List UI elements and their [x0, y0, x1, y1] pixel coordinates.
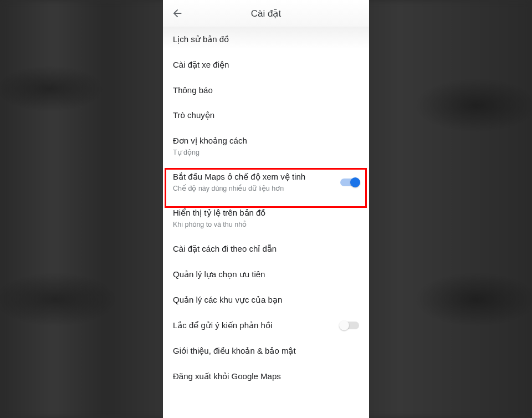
- item-label: Đăng xuất khỏi Google Maps: [173, 371, 359, 381]
- item-sub: Tự động: [173, 148, 359, 156]
- toggle-knob: [339, 320, 349, 330]
- item-about-terms-privacy[interactable]: Giới thiệu, điều khoản & bảo mật: [163, 338, 369, 364]
- item-label: Giới thiệu, điều khoản & bảo mật: [173, 346, 359, 356]
- item-navigation-settings[interactable]: Cài đặt cách đi theo chỉ dẫn: [163, 236, 369, 262]
- item-distance-units[interactable]: Đơn vị khoảng cách Tự động: [163, 128, 369, 164]
- item-manage-preferences[interactable]: Quản lý lựa chọn ưu tiên: [163, 262, 369, 287]
- item-sub: Chế độ này dùng nhiều dữ liệu hơn: [173, 184, 335, 192]
- toggle-knob: [350, 177, 360, 187]
- item-start-satellite[interactable]: Bắt đầu Maps ở chế độ xem vệ tinh Chế độ…: [163, 164, 369, 200]
- item-label: Lắc để gửi ý kiến phản hồi: [173, 320, 335, 330]
- item-label: Lịch sử bản đồ: [173, 34, 359, 44]
- item-notifications[interactable]: Thông báo: [163, 78, 369, 103]
- item-shake-feedback[interactable]: Lắc để gửi ý kiến phản hồi: [163, 313, 369, 338]
- item-label: Bắt đầu Maps ở chế độ xem vệ tinh: [173, 172, 335, 182]
- item-ev-settings[interactable]: Cài đặt xe điện: [163, 52, 369, 78]
- item-label: Trò chuyện: [173, 110, 359, 120]
- toggle-shake-feedback[interactable]: [340, 322, 359, 329]
- item-label: Thông báo: [173, 85, 359, 95]
- app-bar: Cài đặt: [163, 0, 369, 27]
- item-label: Cài đặt xe điện: [173, 60, 359, 70]
- item-label: Hiển thị tỷ lệ trên bản đồ: [173, 208, 359, 218]
- item-label: Quản lý lựa chọn ưu tiên: [173, 269, 359, 279]
- toggle-start-satellite[interactable]: [340, 179, 359, 186]
- item-show-scale[interactable]: Hiển thị tỷ lệ trên bản đồ Khi phóng to …: [163, 200, 369, 236]
- item-manage-areas[interactable]: Quản lý các khu vực của bạn: [163, 287, 369, 313]
- settings-list[interactable]: Lịch sử bản đồ Cài đặt xe điện Thông báo…: [163, 27, 369, 418]
- item-sub: Khi phóng to và thu nhỏ: [173, 220, 359, 228]
- item-label: Quản lý các khu vực của bạn: [173, 295, 359, 305]
- item-label: Cài đặt cách đi theo chỉ dẫn: [173, 244, 359, 254]
- item-sign-out[interactable]: Đăng xuất khỏi Google Maps: [163, 364, 369, 389]
- item-label: Đơn vị khoảng cách: [173, 136, 359, 146]
- item-chat[interactable]: Trò chuyện: [163, 103, 369, 128]
- item-map-history[interactable]: Lịch sử bản đồ: [163, 27, 369, 52]
- settings-screen: Cài đặt Lịch sử bản đồ Cài đặt xe điện T…: [163, 0, 369, 418]
- page-title: Cài đặt: [171, 8, 361, 19]
